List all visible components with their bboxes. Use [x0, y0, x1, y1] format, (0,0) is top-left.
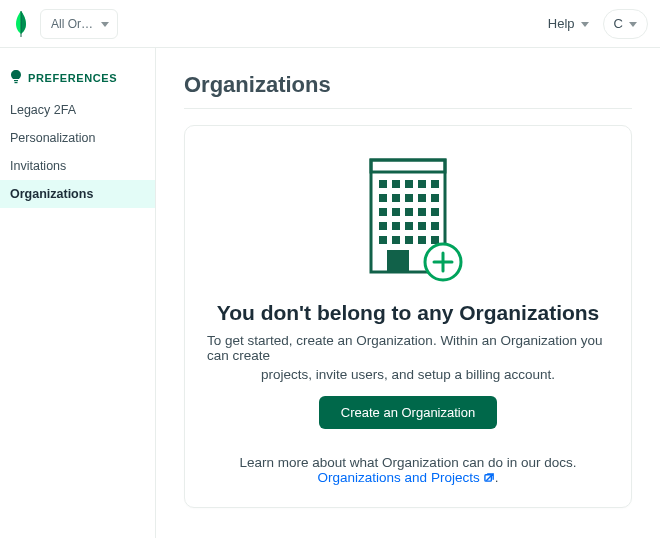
avatar-initial: C: [614, 16, 623, 31]
svg-rect-15: [392, 208, 400, 216]
divider: [184, 108, 632, 109]
link-suffix: .: [495, 470, 499, 485]
chevron-down-icon: [581, 16, 589, 31]
svg-rect-6: [405, 180, 413, 188]
external-link-icon: [484, 472, 495, 483]
topbar: All Orga… Help C: [0, 0, 660, 48]
svg-rect-29: [387, 250, 409, 272]
create-organization-button[interactable]: Create an Organization: [319, 396, 497, 429]
empty-state-desc-1: To get started, create an Organization. …: [207, 333, 609, 363]
building-plus-illustration: [207, 152, 609, 287]
sidebar-item-label: Invitations: [10, 159, 66, 173]
sidebar-item-label: Organizations: [10, 187, 93, 201]
sidebar: PREFERENCES Legacy 2FA Personalization I…: [0, 48, 156, 538]
chevron-down-icon: [101, 17, 109, 31]
svg-rect-1: [15, 82, 18, 83]
sidebar-item-label: Personalization: [10, 131, 95, 145]
org-selector-label: All Orga…: [51, 17, 97, 31]
org-selector[interactable]: All Orga…: [40, 9, 118, 39]
empty-state-heading: You don't belong to any Organizations: [207, 301, 609, 325]
layout: PREFERENCES Legacy 2FA Personalization I…: [0, 48, 660, 538]
svg-rect-9: [379, 194, 387, 202]
main: Organizations: [156, 48, 660, 538]
sidebar-heading: PREFERENCES: [0, 64, 155, 96]
user-menu[interactable]: C: [603, 9, 648, 39]
svg-rect-26: [405, 236, 413, 244]
svg-rect-28: [431, 236, 439, 244]
docs-link-text: Organizations and Projects: [318, 470, 480, 485]
svg-rect-20: [392, 222, 400, 230]
help-menu[interactable]: Help: [542, 12, 595, 35]
lightbulb-icon: [10, 70, 22, 86]
svg-rect-5: [392, 180, 400, 188]
svg-rect-16: [405, 208, 413, 216]
svg-rect-19: [379, 222, 387, 230]
empty-state-desc-2: projects, invite users, and setup a bill…: [207, 367, 609, 382]
sidebar-item-label: Legacy 2FA: [10, 103, 76, 117]
svg-rect-23: [431, 222, 439, 230]
svg-rect-21: [405, 222, 413, 230]
svg-rect-25: [392, 236, 400, 244]
svg-rect-18: [431, 208, 439, 216]
svg-rect-7: [418, 180, 426, 188]
sidebar-item-invitations[interactable]: Invitations: [0, 152, 155, 180]
svg-rect-24: [379, 236, 387, 244]
svg-rect-13: [431, 194, 439, 202]
svg-rect-14: [379, 208, 387, 216]
svg-rect-4: [379, 180, 387, 188]
sidebar-heading-label: PREFERENCES: [28, 72, 117, 84]
chevron-down-icon: [629, 16, 637, 31]
svg-rect-8: [431, 180, 439, 188]
empty-state-card: You don't belong to any Organizations To…: [184, 125, 632, 508]
svg-rect-17: [418, 208, 426, 216]
learn-more: Learn more about what Organization can d…: [207, 455, 609, 485]
sidebar-item-personalization[interactable]: Personalization: [0, 124, 155, 152]
mongodb-leaf-icon: [12, 10, 30, 38]
svg-rect-3: [371, 160, 445, 172]
svg-rect-22: [418, 222, 426, 230]
svg-rect-11: [405, 194, 413, 202]
page-title: Organizations: [184, 72, 632, 98]
learn-more-text: Learn more about what Organization can d…: [240, 455, 577, 470]
sidebar-item-organizations[interactable]: Organizations: [0, 180, 155, 208]
sidebar-item-legacy-2fa[interactable]: Legacy 2FA: [0, 96, 155, 124]
docs-link[interactable]: Organizations and Projects: [318, 470, 495, 485]
svg-rect-0: [14, 80, 18, 81]
svg-rect-12: [418, 194, 426, 202]
svg-rect-10: [392, 194, 400, 202]
help-label: Help: [548, 16, 575, 31]
svg-rect-27: [418, 236, 426, 244]
